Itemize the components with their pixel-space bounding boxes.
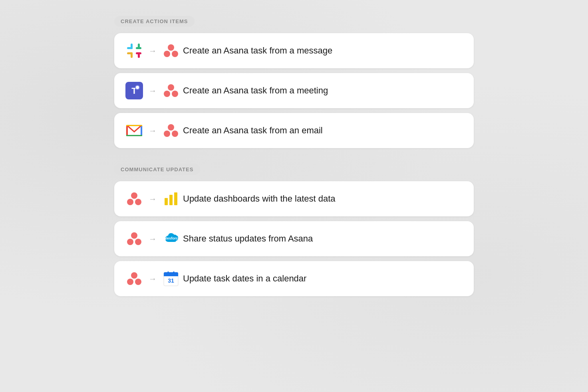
gmail-icon bbox=[125, 122, 143, 139]
section-label-communicate: COMMUNICATE UPDATES bbox=[114, 164, 200, 175]
svg-point-44 bbox=[135, 279, 141, 285]
svg-point-39 bbox=[135, 239, 141, 245]
asana-icon-source-1 bbox=[125, 190, 143, 208]
arrow-icon: → bbox=[149, 86, 157, 95]
card-asana-to-gcal[interactable]: → 31 Update task dates in a calendar bbox=[114, 261, 474, 296]
svg-point-28 bbox=[164, 131, 170, 137]
svg-point-37 bbox=[131, 232, 137, 239]
svg-point-11 bbox=[172, 51, 178, 57]
svg-rect-49 bbox=[167, 271, 169, 274]
svg-text:31: 31 bbox=[168, 277, 174, 284]
svg-text:salesforce: salesforce bbox=[162, 236, 180, 240]
card-text-2: Create an Asana task from a meeting bbox=[183, 85, 328, 96]
svg-point-10 bbox=[164, 51, 170, 57]
card-text-4: Update dashboards with the latest data bbox=[183, 194, 336, 204]
card-gmail-to-asana[interactable]: → Create an Asana task from an email bbox=[114, 113, 474, 148]
svg-point-29 bbox=[172, 131, 178, 137]
card-text-1: Create an Asana task from a message bbox=[183, 46, 332, 56]
asana-icon-dest-3 bbox=[162, 122, 180, 139]
card-text-6: Update task dates in a calendar bbox=[183, 273, 306, 284]
salesforce-icon: salesforce bbox=[162, 230, 180, 247]
svg-point-43 bbox=[127, 279, 133, 285]
svg-rect-24 bbox=[126, 135, 142, 136]
svg-point-42 bbox=[131, 272, 137, 279]
svg-rect-36 bbox=[174, 192, 177, 205]
svg-rect-35 bbox=[169, 195, 173, 205]
svg-rect-25 bbox=[126, 125, 142, 126]
gcal-icon: 31 bbox=[162, 270, 180, 287]
asana-icon-source-3 bbox=[125, 270, 143, 287]
powerbi-icon bbox=[162, 190, 180, 208]
svg-point-38 bbox=[127, 239, 133, 245]
svg-point-31 bbox=[127, 199, 133, 205]
card-asana-to-powerbi[interactable]: → Update dashboards with the latest data bbox=[114, 181, 474, 216]
card-teams-to-asana[interactable]: T → Create an Asana task from a meeting bbox=[114, 73, 474, 108]
arrow-icon: → bbox=[149, 46, 157, 55]
section-create-action-items: CREATE ACTION ITEMS bbox=[114, 16, 474, 148]
svg-point-16 bbox=[168, 84, 174, 91]
card-text-5: Share status updates from Asana bbox=[183, 234, 313, 244]
arrow-icon: → bbox=[149, 126, 157, 135]
svg-point-32 bbox=[135, 199, 141, 205]
teams-icon: T bbox=[125, 82, 143, 99]
arrow-icon: → bbox=[149, 234, 157, 244]
card-asana-to-salesforce[interactable]: → salesforce Share status updates from A… bbox=[114, 221, 474, 256]
slack-icon bbox=[125, 42, 143, 59]
svg-rect-6 bbox=[127, 52, 133, 54]
card-text-3: Create an Asana task from an email bbox=[183, 125, 323, 136]
svg-point-27 bbox=[168, 124, 174, 131]
asana-icon-dest-1 bbox=[162, 42, 180, 59]
asana-icon-source-2 bbox=[125, 230, 143, 247]
asana-icon-dest-2 bbox=[162, 82, 180, 99]
svg-point-30 bbox=[131, 192, 137, 199]
svg-point-9 bbox=[168, 44, 174, 51]
svg-rect-0 bbox=[125, 42, 143, 59]
svg-rect-8 bbox=[138, 52, 140, 58]
arrow-icon: → bbox=[149, 274, 157, 283]
arrow-icon: → bbox=[149, 194, 157, 204]
svg-point-18 bbox=[172, 91, 178, 97]
svg-rect-50 bbox=[173, 271, 175, 274]
svg-rect-2 bbox=[127, 47, 133, 49]
section-communicate-updates: COMMUNICATE UPDATES → Update dashboards … bbox=[114, 164, 474, 296]
card-slack-to-asana[interactable]: → Create an Asana task from a message bbox=[114, 33, 474, 68]
svg-point-15 bbox=[136, 86, 139, 89]
main-container: CREATE ACTION ITEMS bbox=[114, 16, 474, 312]
svg-rect-34 bbox=[165, 198, 168, 205]
svg-point-17 bbox=[164, 91, 170, 97]
section-label-create: CREATE ACTION ITEMS bbox=[114, 16, 195, 27]
svg-rect-4 bbox=[138, 44, 140, 49]
svg-rect-47 bbox=[164, 275, 178, 276]
